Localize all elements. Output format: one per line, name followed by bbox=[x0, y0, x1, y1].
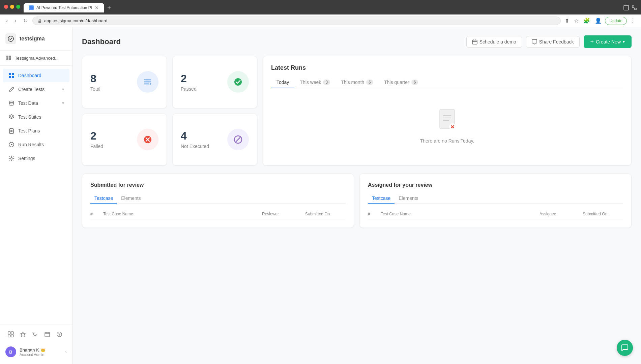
run-tabs: Today This week 3 This month 6 This quar… bbox=[271, 77, 623, 88]
create-new-label: Create New bbox=[596, 39, 621, 44]
avatar-initials: B bbox=[9, 350, 12, 355]
create-new-button[interactable]: + Create New ▾ bbox=[584, 35, 632, 48]
sidebar-item-run-results[interactable]: Run Results bbox=[3, 138, 69, 151]
sidebar-item-test-suites[interactable]: Test Suites bbox=[3, 110, 69, 124]
star-icon[interactable] bbox=[18, 329, 28, 340]
svg-text:?: ? bbox=[58, 332, 60, 336]
stat-info-passed: 2 Passed bbox=[181, 72, 197, 92]
bottom-grid: Submitted for review Testcase Elements #… bbox=[82, 174, 632, 228]
extensions-icon[interactable]: 🧩 bbox=[582, 17, 591, 25]
test-plans-label: Test Plans bbox=[18, 128, 40, 133]
chevron-down-icon-2: ▾ bbox=[62, 101, 64, 105]
total-label: Total bbox=[90, 86, 100, 92]
sidebar-item-dashboard[interactable]: Dashboard bbox=[3, 69, 69, 82]
assigned-col-test-case-name: Test Case Name bbox=[381, 212, 537, 216]
svg-point-14 bbox=[9, 101, 14, 103]
menu-icon[interactable]: ⋮ bbox=[629, 17, 637, 25]
sidebar-item-settings[interactable]: Settings bbox=[3, 152, 69, 165]
forward-button[interactable]: › bbox=[12, 17, 18, 25]
total-icon bbox=[137, 71, 158, 93]
crown-icon: 👑 bbox=[40, 347, 46, 352]
header-actions: Schedule a demo Share Feedback + Create … bbox=[466, 35, 632, 48]
assigned-testcase-tab[interactable]: Testcase bbox=[368, 193, 395, 204]
tab-title: AI Powered Test Automation Pl bbox=[36, 5, 92, 10]
chat-fab-button[interactable] bbox=[617, 340, 633, 356]
minimize-button[interactable] bbox=[10, 5, 14, 9]
help-icon[interactable]: ? bbox=[54, 329, 65, 340]
svg-line-44 bbox=[236, 138, 240, 142]
assigned-elements-tab[interactable]: Elements bbox=[395, 193, 422, 204]
submitted-elements-tab[interactable]: Elements bbox=[117, 193, 145, 204]
svg-rect-9 bbox=[9, 58, 11, 60]
grid-bottom-icon[interactable] bbox=[5, 329, 16, 340]
share-icon[interactable]: ⬆ bbox=[563, 17, 571, 25]
active-tab[interactable]: AI Powered Test Automation Pl ✕ bbox=[24, 3, 104, 12]
bookmark-icon[interactable]: ☆ bbox=[573, 17, 580, 25]
bottom-icons: ? bbox=[3, 329, 69, 344]
this-quarter-badge: 6 bbox=[411, 80, 418, 85]
assigned-col-submitted-on: Submitted On bbox=[583, 212, 623, 216]
sidebar-workspace[interactable]: Testsigma Advanced... bbox=[0, 51, 72, 66]
profile-chevron-icon: › bbox=[65, 349, 67, 355]
sidebar-nav: Dashboard Create Tests ▾ Test Data ▾ bbox=[0, 66, 72, 325]
lock-icon bbox=[37, 19, 42, 23]
profile-icon[interactable]: 👤 bbox=[593, 17, 603, 25]
refresh-button[interactable]: ↻ bbox=[21, 17, 30, 25]
run-tab-today[interactable]: Today bbox=[271, 77, 294, 88]
sidebar-item-test-data[interactable]: Test Data ▾ bbox=[3, 96, 69, 110]
play-icon bbox=[8, 141, 15, 148]
svg-rect-32 bbox=[472, 40, 477, 44]
svg-rect-24 bbox=[11, 335, 13, 337]
avatar: B bbox=[5, 346, 16, 357]
database-icon bbox=[8, 100, 15, 107]
back-button[interactable]: ‹ bbox=[4, 17, 10, 25]
feedback-icon bbox=[532, 39, 537, 44]
share-feedback-button[interactable]: Share Feedback bbox=[526, 36, 580, 48]
user-profile[interactable]: B Bharath K 👑 Account Admin › bbox=[3, 344, 69, 360]
sidebar-item-create-tests[interactable]: Create Tests ▾ bbox=[3, 83, 69, 96]
page-header: Dashboard Schedule a demo Share Feedback… bbox=[82, 35, 632, 48]
not-executed-icon bbox=[227, 129, 249, 150]
workspace-label: Testsigma Advanced... bbox=[15, 56, 59, 61]
maximize-button[interactable] bbox=[16, 5, 20, 9]
logo-text: testsigma bbox=[20, 36, 45, 42]
svg-rect-23 bbox=[8, 335, 10, 337]
stat-info-total: 8 Total bbox=[90, 72, 100, 92]
submitted-review-title: Submitted for review bbox=[90, 182, 346, 188]
run-tab-this-week[interactable]: This week 3 bbox=[294, 77, 336, 88]
browser-toolbar: ‹ › ↻ app.testsigma.com/ui/dashboard ⬆ ☆… bbox=[0, 14, 641, 27]
passed-label: Passed bbox=[181, 86, 197, 92]
total-number: 8 bbox=[90, 72, 100, 85]
refresh-icon[interactable] bbox=[30, 329, 40, 340]
submitted-review-tabs: Testcase Elements bbox=[90, 193, 346, 204]
fullscreen-icon bbox=[632, 5, 637, 10]
create-chevron-icon: ▾ bbox=[623, 39, 625, 44]
calendar-icon[interactable] bbox=[42, 329, 53, 340]
submitted-testcase-tab[interactable]: Testcase bbox=[90, 193, 117, 204]
run-tab-this-quarter[interactable]: This quarter 6 bbox=[379, 77, 424, 88]
update-button[interactable]: Update bbox=[605, 17, 627, 25]
app-container: testsigma Testsigma Advanced... Dashboar… bbox=[0, 27, 641, 364]
assigned-review-panel: Assigned for your review Testcase Elemen… bbox=[359, 174, 632, 228]
svg-rect-8 bbox=[6, 58, 8, 60]
col-hash: # bbox=[90, 212, 100, 216]
svg-rect-21 bbox=[8, 332, 10, 334]
schedule-demo-button[interactable]: Schedule a demo bbox=[466, 36, 522, 48]
new-tab-button[interactable]: + bbox=[105, 3, 114, 12]
address-bar[interactable]: app.testsigma.com/ui/dashboard bbox=[32, 17, 561, 25]
traffic-lights bbox=[4, 5, 20, 9]
failed-label: Failed bbox=[90, 144, 103, 149]
svg-rect-15 bbox=[9, 129, 13, 133]
svg-rect-3 bbox=[635, 8, 636, 10]
stat-card-failed: 2 Failed bbox=[82, 114, 167, 166]
tab-close-icon[interactable]: ✕ bbox=[95, 5, 99, 10]
svg-rect-10 bbox=[9, 73, 11, 75]
run-tab-this-month[interactable]: This month 6 bbox=[336, 77, 379, 88]
sidebar-item-test-plans[interactable]: Test Plans bbox=[3, 124, 69, 138]
svg-point-20 bbox=[11, 158, 12, 159]
share-feedback-label: Share Feedback bbox=[539, 39, 574, 44]
close-button[interactable] bbox=[4, 5, 8, 9]
svg-rect-11 bbox=[12, 73, 14, 75]
sidebar-logo: testsigma bbox=[0, 27, 72, 51]
user-name: Bharath K 👑 bbox=[20, 347, 62, 353]
